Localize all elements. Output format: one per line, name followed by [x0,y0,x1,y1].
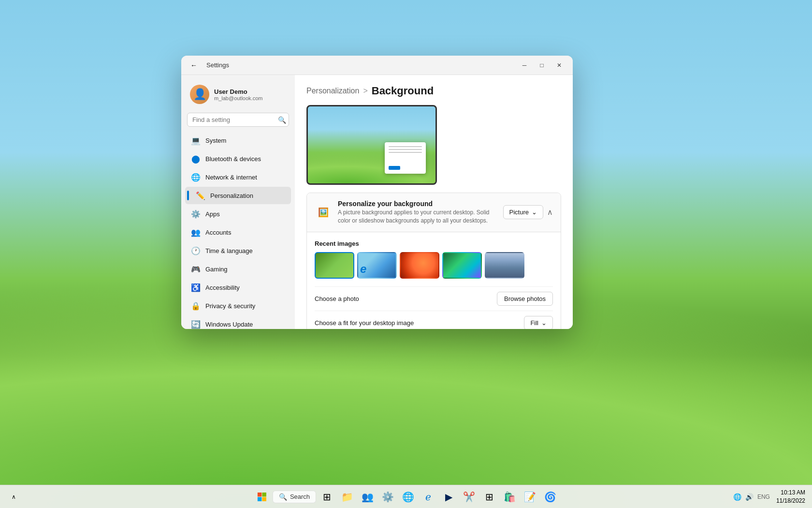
sidebar-item-apps[interactable]: ⚙️ Apps [185,205,291,223]
main-content: Personalization > Background [295,75,573,329]
maximize-button[interactable]: □ [534,59,550,72]
image-thumb-3[interactable] [400,252,439,279]
dropdown-chevron-icon: ⌄ [532,209,537,216]
sidebar-item-system[interactable]: 💻 System [185,132,291,149]
avatar: 👤 [190,85,209,104]
notepad-button[interactable]: 📝 [520,487,539,507]
breadcrumb-parent[interactable]: Personalization [306,87,359,95]
settings-taskbar-icon: ⚙️ [382,491,394,503]
sidebar-item-time[interactable]: 🕐 Time & language [185,242,291,259]
active-indicator [187,191,189,200]
system-clock[interactable]: 10:13 AM 11/18/2022 [773,488,808,506]
back-button[interactable]: ← [187,59,201,72]
taskbar-search-button[interactable]: 🔍 Search [273,491,316,503]
sidebar-item-network[interactable]: 🌐 Network & internet [185,168,291,186]
images-grid [315,252,553,279]
clock-date: 11/18/2022 [776,497,805,505]
recent-images-label: Recent images [315,240,553,247]
image-thumb-2[interactable] [357,252,397,279]
background-type-dropdown[interactable]: Picture ⌄ [503,205,543,219]
browser2-icon: 🌀 [544,491,556,503]
section-body: Recent images Choose a photo Browse phot… [307,232,561,329]
task-view-button[interactable]: ⊞ [317,487,336,507]
snip-icon: ✂️ [463,491,475,503]
system-tray-icons: 🌐 🔊 ENG [732,491,771,503]
edge2-button[interactable]: ℯ [419,487,438,507]
time-icon: 🕐 [191,246,201,255]
preview-line-1 [389,146,422,147]
user-profile[interactable]: 👤 User Demo m_lab@outlook.com [185,81,291,108]
sidebar-item-personalization[interactable]: ✏️ Personalization [185,187,291,204]
choose-photo-label: Choose a photo [315,295,359,302]
preview-container [306,105,437,185]
personalization-icon: ✏️ [196,191,205,200]
edge-button[interactable]: 🌐 [398,487,418,507]
sidebar-item-privacy[interactable]: 🔒 Privacy & security [185,297,291,314]
user-name: User Demo [214,88,262,95]
sidebar-item-update[interactable]: 🔄 Windows Update [185,315,291,329]
accounts-icon: 👥 [191,227,201,237]
breadcrumb: Personalization > Background [306,85,561,97]
minimize-button[interactable]: ─ [517,59,532,72]
clock-time: 10:13 AM [776,489,805,497]
volume-tray-icon[interactable]: 🔊 [744,491,755,503]
section-control: Picture ⌄ ∧ [503,205,553,219]
image-thumb-1[interactable] [315,252,354,279]
start-button[interactable] [252,487,272,507]
search-icon: 🔍 [278,116,286,124]
widgets-button[interactable]: ⊞ [479,487,499,507]
store-icon: 🛍️ [504,491,516,503]
sidebar: 👤 User Demo m_lab@outlook.com 🔍 💻 System [181,75,295,329]
taskbar-search-label: Search [290,493,310,500]
user-email: m_lab@outlook.com [214,95,262,101]
network-icon: 🌐 [191,172,201,182]
system-tray-chevron[interactable]: ∧ [4,487,23,507]
svg-rect-3 [262,497,266,501]
windows-logo-icon [257,492,267,502]
sidebar-item-accounts[interactable]: 👥 Accounts [185,224,291,241]
gaming-icon: 🎮 [191,264,201,274]
file-explorer-icon: 📁 [341,491,353,503]
teams-button[interactable]: 👥 [358,487,377,507]
widgets-icon: ⊞ [485,491,493,503]
settings-window: ← Settings ─ □ ✕ 👤 User Demo m_l [181,56,573,329]
section-header[interactable]: 🖼️ Personalize your background A picture… [307,193,561,232]
settings-taskbar-button[interactable]: ⚙️ [378,487,397,507]
section-title: Personalize your background [338,200,503,208]
privacy-icon: 🔒 [191,301,201,311]
powershell-button[interactable]: ▶ [439,487,458,507]
image-thumb-4[interactable] [442,252,482,279]
battery-tray-icon: ENG [756,492,771,502]
apps-icon: ⚙️ [191,209,201,219]
taskbar-search-icon: 🔍 [279,493,287,501]
desktop-preview [306,105,437,185]
svg-rect-2 [258,497,262,501]
section-collapse-icon[interactable]: ∧ [547,208,553,217]
window-body: 👤 User Demo m_lab@outlook.com 🔍 💻 System [181,75,573,329]
taskbar: ∧ 🔍 Search ⊞ � [0,485,812,508]
desktop: ← Settings ─ □ ✕ 👤 User Demo m_l [0,0,812,508]
network-tray-icon[interactable]: 🌐 [732,491,743,503]
browse-photos-button[interactable]: Browse photos [497,292,553,306]
accessibility-icon: ♿ [191,283,201,292]
search-input[interactable] [187,113,289,127]
breadcrumb-current: Background [372,85,434,97]
snip-button[interactable]: ✂️ [459,487,478,507]
title-bar: ← Settings ─ □ ✕ [181,56,573,75]
taskbar-left: ∧ [0,487,23,507]
close-button[interactable]: ✕ [551,59,567,72]
svg-rect-0 [258,493,262,497]
task-view-icon: ⊞ [323,491,331,503]
sidebar-item-accessibility[interactable]: ♿ Accessibility [185,279,291,296]
browser2-button[interactable]: 🌀 [540,487,560,507]
sidebar-item-gaming[interactable]: 🎮 Gaming [185,260,291,278]
store-button[interactable]: 🛍️ [500,487,519,507]
fit-dropdown[interactable]: Fill ⌄ [524,316,553,329]
fit-label: Choose a fit for your desktop image [315,319,414,327]
taskbar-right: 🌐 🔊 ENG 10:13 AM 11/18/2022 [732,488,812,506]
section-desc: A picture background applies to your cur… [338,209,503,225]
image-thumb-5[interactable] [485,252,524,279]
system-icon: 💻 [191,135,201,145]
file-explorer-button[interactable]: 📁 [337,487,357,507]
sidebar-item-bluetooth[interactable]: ⬤ Bluetooth & devices [185,150,291,167]
